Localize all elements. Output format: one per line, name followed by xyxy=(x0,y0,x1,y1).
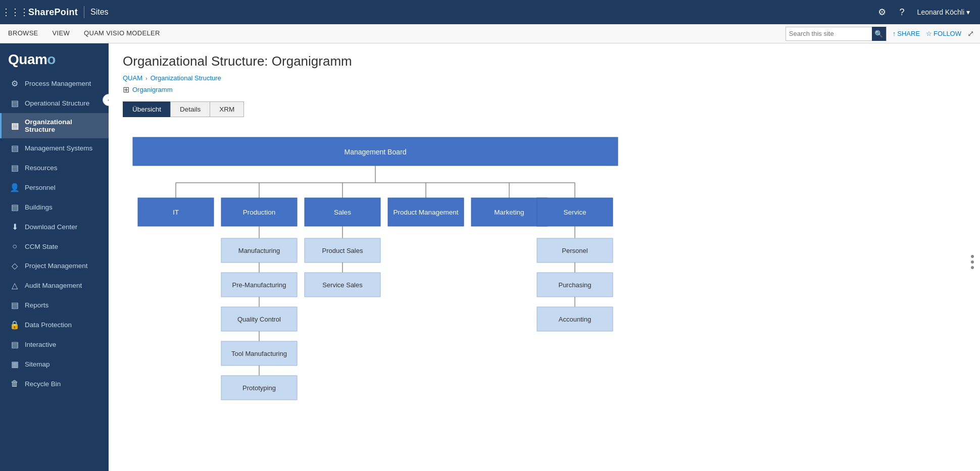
dot1 xyxy=(971,255,974,258)
ribbon-bar: BROWSE VIEW QUAM VISIO MODELER 🔍 ↑ SHARE… xyxy=(0,24,980,43)
tool-manufacturing-label: Tool Manufacturing xyxy=(231,350,287,357)
sidebar-item-label: Organizational Structure xyxy=(25,118,101,133)
sidebar-item-buildings[interactable]: ▤ Buildings xyxy=(0,197,109,217)
reports-icon: ▤ xyxy=(10,300,20,310)
tab-xrm[interactable]: XRM xyxy=(210,101,244,117)
sidebar-item-resources[interactable]: ▤ Resources xyxy=(0,158,109,178)
personel-label: Personel xyxy=(562,247,587,254)
breadcrumb: QUAM › Organizational Structure xyxy=(123,74,966,82)
sidebar: Quamo ‹ ⚙ Process Management ▤ Operation… xyxy=(0,43,109,471)
data-protection-icon: 🔒 xyxy=(10,320,20,330)
sidebar-item-ccm-state[interactable]: ○ CCM State xyxy=(0,237,109,256)
recycle-bin-icon: 🗑 xyxy=(10,379,20,388)
page-icon-row[interactable]: ⊞ Organigramm xyxy=(123,85,966,94)
sidebar-item-label: Buildings xyxy=(25,203,53,211)
dot3 xyxy=(971,266,974,269)
divider xyxy=(84,6,84,18)
search-box: 🔍 xyxy=(786,27,887,41)
service-sales-label: Service Sales xyxy=(322,281,363,289)
process-management-icon: ⚙ xyxy=(10,79,20,88)
prototyping-label: Prototyping xyxy=(242,384,276,392)
sites-label[interactable]: Sites xyxy=(90,8,109,17)
gear-icon: ⚙ xyxy=(878,7,886,18)
sidebar-item-recycle-bin[interactable]: 🗑 Recycle Bin xyxy=(0,374,109,393)
sidebar-item-data-protection[interactable]: 🔒 Data Protection xyxy=(0,315,109,335)
operational-structure-icon: ▤ xyxy=(10,98,20,108)
management-systems-icon: ▤ xyxy=(10,143,20,153)
sidebar-item-label: Personnel xyxy=(25,184,56,191)
sidebar-item-sitemap[interactable]: ▦ Sitemap xyxy=(0,354,109,374)
manufacturing-label: Manufacturing xyxy=(238,247,280,254)
production-label: Production xyxy=(243,208,276,216)
tab-browse[interactable]: BROWSE xyxy=(6,25,40,42)
tab-view[interactable]: VIEW xyxy=(51,25,72,42)
sidebar-item-label: CCM State xyxy=(25,243,58,250)
sidebar-item-process-management[interactable]: ⚙ Process Management xyxy=(0,74,109,93)
sidebar-item-reports[interactable]: ▤ Reports xyxy=(0,295,109,315)
sidebar-item-project-management[interactable]: ◇ Project Management xyxy=(0,256,109,276)
top-bar-right: ⚙ ? Leonard Köchli ▾ xyxy=(873,3,974,21)
organigramm-icon: ⊞ xyxy=(123,85,129,94)
tab-quam-visio[interactable]: QUAM VISIO MODELER xyxy=(82,25,162,42)
top-bar: ⋮⋮⋮ SharePoint Sites ⚙ ? Leonard Köchli … xyxy=(0,0,980,24)
content-header: Organizational Structure: Organigramm QU… xyxy=(109,43,980,94)
help-button[interactable]: ? xyxy=(893,3,911,21)
breadcrumb-sep1: › xyxy=(145,75,148,81)
sidebar-item-label: Management Systems xyxy=(25,144,92,152)
buildings-icon: ▤ xyxy=(10,202,20,212)
quality-control-label: Quality Control xyxy=(237,316,281,323)
organigramm-label: Organigramm xyxy=(132,86,172,93)
sitemap-icon: ▦ xyxy=(10,359,20,369)
sidebar-item-download-center[interactable]: ⬇ Download Center xyxy=(0,217,109,237)
sidebar-item-personnel[interactable]: 👤 Personnel xyxy=(0,178,109,197)
tab-details[interactable]: Details xyxy=(170,101,210,117)
sidebar-item-label: Audit Management xyxy=(25,282,82,289)
gear-button[interactable]: ⚙ xyxy=(873,3,891,21)
ccm-state-icon: ○ xyxy=(10,242,20,251)
sidebar-item-label: Interactive xyxy=(25,341,56,348)
org-chart-area: Management Board IT Production xyxy=(109,117,980,439)
product-sales-label: Product Sales xyxy=(322,247,363,254)
logo-text: Quamo xyxy=(8,51,56,68)
sidebar-item-label: Reports xyxy=(25,301,48,309)
search-button[interactable]: 🔍 xyxy=(872,27,886,41)
sidebar-item-interactive[interactable]: ▤ Interactive xyxy=(0,335,109,354)
help-icon: ? xyxy=(900,7,905,18)
breadcrumb-root[interactable]: QUAM xyxy=(123,74,142,82)
purchasing-label: Purchasing xyxy=(558,281,591,289)
breadcrumb-parent[interactable]: Organizational Structure xyxy=(151,74,221,82)
page-title: Organizational Structure: Organigramm xyxy=(123,54,966,69)
sidebar-item-label: Resources xyxy=(25,164,58,172)
search-input[interactable] xyxy=(786,30,872,37)
sidebar-item-label: Sitemap xyxy=(25,360,50,368)
sidebar-item-operational-structure[interactable]: ▤ Operational Structure xyxy=(0,93,109,113)
product-management-label: Product Management xyxy=(393,208,458,216)
share-icon: ↑ xyxy=(893,30,896,37)
interactive-icon: ▤ xyxy=(10,340,20,349)
sidebar-item-management-systems[interactable]: ▤ Management Systems xyxy=(0,138,109,158)
sidebar-item-audit-management[interactable]: △ Audit Management xyxy=(0,276,109,295)
chevron-down-icon: ▾ xyxy=(966,8,970,16)
grid-icon[interactable]: ⋮⋮⋮ xyxy=(6,3,24,21)
download-center-icon: ⬇ xyxy=(10,222,20,232)
sidebar-item-label: Download Center xyxy=(25,223,77,231)
share-button[interactable]: ↑ SHARE xyxy=(893,30,920,37)
fullscreen-button[interactable]: ⤢ xyxy=(967,29,974,38)
star-icon: ☆ xyxy=(926,30,932,37)
user-menu[interactable]: Leonard Köchli ▾ xyxy=(913,6,974,18)
personnel-icon: 👤 xyxy=(10,183,20,192)
user-name: Leonard Köchli xyxy=(917,8,964,16)
org-chart-svg: Management Board IT Production xyxy=(123,132,628,425)
resources-icon: ▤ xyxy=(10,163,20,173)
right-dots xyxy=(971,255,974,269)
ribbon-right: 🔍 ↑ SHARE ☆ FOLLOW ⤢ xyxy=(786,27,974,41)
dot2 xyxy=(971,260,974,264)
sidebar-item-label: Recycle Bin xyxy=(25,380,61,388)
follow-button[interactable]: ☆ FOLLOW xyxy=(926,30,961,37)
audit-management-icon: △ xyxy=(10,281,20,290)
tab-ubersicht[interactable]: Übersicht xyxy=(123,101,170,117)
sidebar-item-organizational-structure[interactable]: ▤ Organizational Structure xyxy=(0,113,109,138)
pre-manufacturing-label: Pre-Manufacturing xyxy=(232,281,286,289)
it-label: IT xyxy=(173,208,179,216)
sales-label: Sales xyxy=(334,208,351,216)
